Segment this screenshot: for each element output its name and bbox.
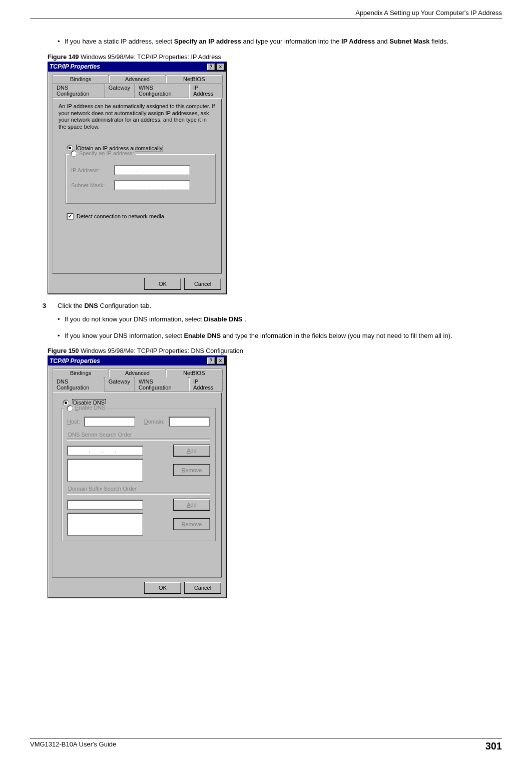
titlebar[interactable]: TCP/IP Properties ? ×	[48, 62, 226, 72]
tab-netbios[interactable]: NetBIOS	[166, 75, 223, 83]
checkbox-detect-media[interactable]: ✓ Detect connection to network media	[67, 213, 216, 220]
add-dns-button[interactable]: Add	[173, 445, 210, 457]
close-icon[interactable]: ×	[216, 63, 225, 71]
tcpip-dialog-dns: TCP/IP Properties ? × Bindings Advanced …	[48, 355, 227, 598]
ip-info-text: An IP address can be automatically assig…	[59, 103, 216, 131]
input-subnet-mask[interactable]: . . .	[114, 180, 190, 190]
radio-specify-ip[interactable]: Specify an IP address:	[69, 150, 136, 157]
tab-wins-configuration[interactable]: WINS Configuration	[134, 83, 189, 98]
dialog-title: TCP/IP Properties	[50, 357, 100, 364]
label-dns-search-order: DNS Server Search Order	[68, 432, 210, 438]
checkmark-icon: ✓	[67, 213, 74, 220]
label-subnet-mask: Subnet Mask:	[71, 182, 114, 188]
close-icon[interactable]: ×	[216, 357, 225, 364]
remove-dns-button[interactable]: Remove	[173, 464, 210, 476]
tab-ip-address[interactable]: IP Address	[189, 83, 223, 98]
list-dns-servers[interactable]	[67, 459, 143, 482]
cancel-button[interactable]: Cancel	[184, 582, 221, 594]
appendix-title: Appendix A Setting up Your Computer's IP…	[355, 9, 502, 17]
figure-149-caption: Figure 149 Windows 95/98/Me: TCP/IP Prop…	[48, 54, 492, 61]
radio-enable-dns[interactable]: Enable DNS	[65, 405, 107, 412]
step-3: 3 Click the DNS Configuration tab.	[43, 301, 492, 311]
dialog-title: TCP/IP Properties	[50, 63, 100, 70]
remove-suffix-button[interactable]: Remove	[173, 518, 210, 530]
tab-bindings[interactable]: Bindings	[52, 368, 109, 377]
bullet-enable-dns: • If you know your DNS information, sele…	[58, 331, 492, 341]
ok-button[interactable]: OK	[144, 278, 181, 290]
help-icon[interactable]: ?	[207, 357, 215, 364]
tcpip-dialog-ipaddress: TCP/IP Properties ? × Bindings Advanced …	[48, 62, 227, 294]
footer-guide-name: VMG1312-B10A User's Guide	[30, 740, 116, 752]
page-header: Appendix A Setting up Your Computer's IP…	[30, 9, 502, 19]
tab-advanced[interactable]: Advanced	[109, 75, 166, 83]
tab-gateway[interactable]: Gateway	[104, 377, 135, 392]
input-host[interactable]	[84, 417, 135, 427]
bullet-static-ip: • If you have a static IP address, selec…	[58, 37, 492, 47]
label-ip-address: IP Address:	[71, 167, 114, 173]
input-ip-address[interactable]: . . .	[114, 165, 190, 175]
tab-advanced[interactable]: Advanced	[109, 368, 166, 377]
tab-netbios[interactable]: NetBIOS	[166, 368, 223, 377]
tab-wins-configuration[interactable]: WINS Configuration	[134, 377, 189, 392]
specify-ip-group: Specify an IP address: IP Address: . . .…	[66, 154, 216, 204]
tab-ip-address[interactable]: IP Address	[189, 377, 223, 392]
bullet-disable-dns: • If you do not know your DNS informatio…	[58, 315, 492, 324]
tab-dns-configuration[interactable]: DNS Configuration	[52, 377, 105, 392]
ok-button[interactable]: OK	[144, 582, 181, 594]
enable-dns-group: Enable DNS Host: Domain: DNS Server Sear…	[62, 408, 216, 541]
input-dns-server[interactable]: . . .	[67, 446, 143, 456]
titlebar[interactable]: TCP/IP Properties ? ×	[48, 356, 226, 365]
page-footer: VMG1312-B10A User's Guide 301	[30, 738, 502, 752]
list-domain-suffixes[interactable]	[67, 513, 143, 536]
input-domain[interactable]	[169, 417, 210, 427]
help-icon[interactable]: ?	[207, 63, 215, 71]
cancel-button[interactable]: Cancel	[184, 278, 221, 290]
tab-bindings[interactable]: Bindings	[52, 75, 109, 83]
label-domain-suffix-order: Domain Suffix Search Order	[68, 486, 210, 492]
label-host: Host:	[67, 419, 80, 425]
footer-page-number: 301	[485, 740, 502, 752]
tab-gateway[interactable]: Gateway	[104, 83, 135, 98]
label-domain: Domain:	[144, 419, 165, 425]
input-domain-suffix[interactable]	[67, 500, 143, 510]
figure-150-caption: Figure 150 Windows 95/98/Me: TCP/IP Prop…	[48, 347, 492, 354]
tab-dns-configuration[interactable]: DNS Configuration	[52, 83, 105, 98]
add-suffix-button[interactable]: Add	[173, 499, 210, 511]
bullet-dot: •	[58, 37, 65, 47]
